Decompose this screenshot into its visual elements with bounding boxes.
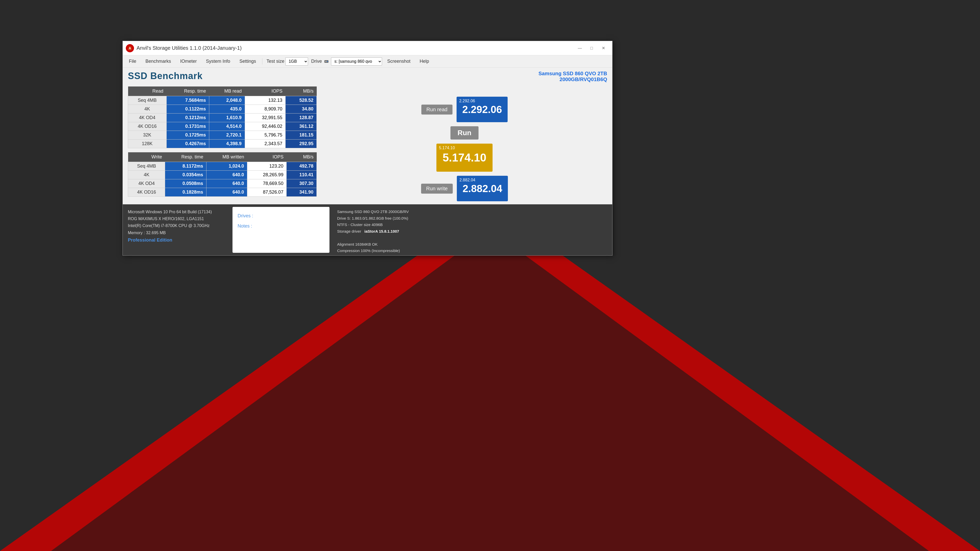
title-bar: A Anvil's Storage Utilities 1.1.0 (2014-… bbox=[123, 41, 612, 56]
read-table: Read Resp. time MB read IOPS MB/s Seq 4M… bbox=[128, 86, 317, 148]
sys-line-3: Intel(R) Core(TM) i7-8700K CPU @ 3.70GHz bbox=[128, 222, 225, 229]
mbs-val: 307.30 bbox=[286, 179, 317, 188]
main-content: SSD Benchmark Samsung SSD 860 QVO 2TB 20… bbox=[123, 68, 612, 204]
drive-info: Samsung SSD 860 QVO 2TB 2000GB/RVQ01B6Q bbox=[538, 71, 607, 83]
resp-time-val: 0.1725ms bbox=[166, 131, 209, 140]
resp-time-col-header-w: Resp. time bbox=[165, 152, 207, 162]
row-name: Seq 4MB bbox=[128, 96, 167, 105]
footer-drive-info: Samsung SSD 860 QVO 2TB 2000GB/RV Drive … bbox=[332, 204, 612, 256]
run-button[interactable]: Run bbox=[450, 126, 479, 140]
menu-system-info[interactable]: System Info bbox=[202, 57, 234, 65]
mb-read-col-header: MB read bbox=[209, 86, 245, 96]
drives-label: Drives : bbox=[238, 211, 325, 221]
iops-val: 123.20 bbox=[247, 162, 286, 171]
run-write-button[interactable]: Run write bbox=[421, 184, 453, 194]
resp-time-val: 8.1172ms bbox=[165, 162, 207, 171]
mbs-val: 361.12 bbox=[286, 122, 317, 131]
read-score-row: Run read 2.292.06 2.292.06 bbox=[422, 97, 508, 122]
mbs-val: 128.87 bbox=[286, 114, 317, 122]
test-size-label: Test size bbox=[266, 59, 284, 64]
write-col-header: Write bbox=[128, 152, 165, 162]
menu-iometer[interactable]: IOmeter bbox=[176, 57, 201, 65]
table-row: 4K OD16 0.1731ms 4,514.0 92,446.02 361.1… bbox=[128, 122, 317, 131]
iops-val: 2,343.57 bbox=[245, 140, 286, 148]
iops-col-header: IOPS bbox=[245, 86, 286, 96]
drive-detail-5 bbox=[337, 234, 607, 241]
table-row: 128K 0.4267ms 4,398.9 2,343.57 292.95 bbox=[128, 140, 317, 148]
row-name: 32K bbox=[128, 131, 167, 140]
write-score-row: Run write 2.882.04 2.882.04 bbox=[421, 176, 508, 201]
drive-detail-2: Drive S: 1.863.0/1.862.8GB free (100.0%) bbox=[337, 215, 607, 222]
table-row: 4K 0.1122ms 435.0 8,909.70 34.80 bbox=[128, 105, 317, 114]
notes-label: Notes : bbox=[238, 221, 325, 231]
tables-section: Read Resp. time MB read IOPS MB/s Seq 4M… bbox=[128, 86, 317, 201]
mb-val: 4,514.0 bbox=[209, 122, 245, 131]
footer-sys-info: Microsoft Windows 10 Pro 64 bit Build (1… bbox=[123, 204, 230, 256]
maximize-button[interactable]: □ bbox=[586, 44, 597, 52]
menu-settings[interactable]: Settings bbox=[235, 57, 260, 65]
table-row: 4K OD16 0.1828ms 640.0 87,526.07 341.90 bbox=[128, 188, 317, 197]
resp-time-val: 0.0508ms bbox=[165, 179, 207, 188]
title-bar-left: A Anvil's Storage Utilities 1.1.0 (2014-… bbox=[126, 44, 242, 52]
svg-marker-0 bbox=[0, 204, 980, 551]
content-layout: Read Resp. time MB read IOPS MB/s Seq 4M… bbox=[128, 86, 607, 201]
benchmark-title: SSD Benchmark bbox=[128, 71, 203, 81]
mb-val: 640.0 bbox=[207, 188, 247, 197]
window-controls: — □ ✕ bbox=[574, 44, 609, 52]
drive-select[interactable]: s: [samsung 860 qvo bbox=[331, 57, 382, 65]
test-size-select[interactable]: 1GB 512MB 256MB bbox=[285, 57, 308, 65]
write-score-label: 2.882.04 bbox=[460, 178, 475, 183]
read-col-header: Read bbox=[128, 86, 167, 96]
write-table: Write Resp. time MB written IOPS MB/s Se… bbox=[128, 152, 317, 197]
write-score-value: 2.882.04 bbox=[463, 183, 502, 194]
mbs-val: 292.95 bbox=[286, 140, 317, 148]
drive-detail-4: Storage driver iaStorA 15.8.1.1007 bbox=[337, 228, 607, 235]
menu-screenshot[interactable]: Screenshot bbox=[383, 57, 414, 65]
mb-val: 1,610.9 bbox=[209, 114, 245, 122]
iops-val: 28,265.99 bbox=[247, 171, 286, 179]
svg-point-6 bbox=[327, 61, 328, 62]
resp-time-val: 0.1828ms bbox=[165, 188, 207, 197]
minimize-button[interactable]: — bbox=[574, 44, 586, 52]
iops-val: 32,991.55 bbox=[245, 114, 286, 122]
table-row: 4K OD4 0.1212ms 1,610.9 32,991.55 128.87 bbox=[128, 114, 317, 122]
menu-separator bbox=[262, 59, 262, 65]
scores-section: Run read 2.292.06 2.292.06 Run 5.174.10 … bbox=[322, 86, 607, 201]
row-name: 4K OD4 bbox=[128, 179, 165, 188]
main-window: A Anvil's Storage Utilities 1.1.0 (2014-… bbox=[123, 41, 612, 256]
sys-line-2: ROG MAXIMUS X HERO/1602, LGA1151 bbox=[128, 215, 225, 222]
app-icon: A bbox=[126, 44, 134, 52]
mbs-val: 110.41 bbox=[286, 171, 317, 179]
row-name: 4K bbox=[128, 105, 167, 114]
mbs-col-header-w: MB/s bbox=[286, 152, 317, 162]
row-name: 4K OD16 bbox=[128, 188, 165, 197]
benchmark-header: SSD Benchmark Samsung SSD 860 QVO 2TB 20… bbox=[128, 71, 607, 83]
mb-val: 435.0 bbox=[209, 105, 245, 114]
svg-rect-5 bbox=[325, 61, 327, 62]
mbs-val: 34.80 bbox=[286, 105, 317, 114]
close-button[interactable]: ✕ bbox=[597, 44, 609, 52]
row-name: 4K OD16 bbox=[128, 122, 167, 131]
svg-marker-1 bbox=[51, 230, 929, 551]
menu-help[interactable]: Help bbox=[415, 57, 433, 65]
footer: Microsoft Windows 10 Pro 64 bit Build (1… bbox=[123, 204, 612, 256]
drive-icon bbox=[324, 59, 329, 64]
row-name: 4K bbox=[128, 171, 165, 179]
table-row: 4K OD4 0.0508ms 640.0 78,669.50 307.30 bbox=[128, 179, 317, 188]
menu-benchmarks[interactable]: Benchmarks bbox=[142, 57, 175, 65]
total-score-label: 5.174.10 bbox=[439, 146, 455, 150]
resp-time-val: 0.1212ms bbox=[166, 114, 209, 122]
resp-time-col-header: Resp. time bbox=[166, 86, 209, 96]
mb-val: 640.0 bbox=[207, 179, 247, 188]
iops-val: 78,669.50 bbox=[247, 179, 286, 188]
run-read-button[interactable]: Run read bbox=[422, 105, 452, 114]
window-title: Anvil's Storage Utilities 1.1.0 (2014-Ja… bbox=[137, 45, 242, 51]
resp-time-val: 0.0354ms bbox=[165, 171, 207, 179]
read-score-value: 2.292.06 bbox=[462, 104, 502, 115]
menu-file[interactable]: File bbox=[125, 57, 140, 65]
row-name: Seq 4MB bbox=[128, 162, 165, 171]
table-row: 4K 0.0354ms 640.0 28,265.99 110.41 bbox=[128, 171, 317, 179]
drive-name: Samsung SSD 860 QVO 2TB bbox=[538, 71, 607, 76]
mbs-val: 341.90 bbox=[286, 188, 317, 197]
iops-col-header-w: IOPS bbox=[247, 152, 286, 162]
